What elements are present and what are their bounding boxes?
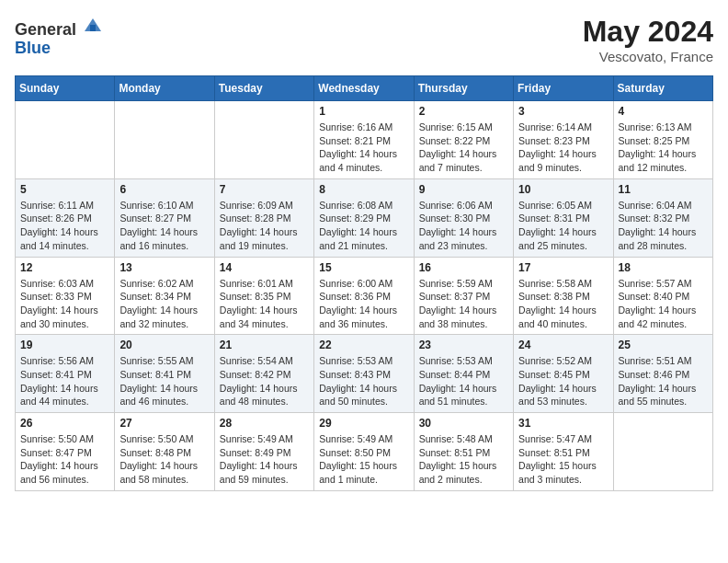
calendar-cell <box>613 413 712 491</box>
day-number: 2 <box>419 105 508 118</box>
day-number: 13 <box>119 261 209 274</box>
day-number: 27 <box>119 417 209 430</box>
calendar-header: SundayMondayTuesdayWednesdayThursdayFrid… <box>16 76 713 101</box>
day-number: 19 <box>20 339 109 351</box>
weekday-header: Thursday <box>414 76 513 101</box>
day-info: Sunrise: 5:54 AMSunset: 8:42 PMDaylight:… <box>220 354 309 408</box>
title-block: May 2024 Vescovato, France <box>583 15 713 64</box>
day-number: 25 <box>619 339 708 351</box>
calendar-cell: 11Sunrise: 6:04 AMSunset: 8:32 PMDayligh… <box>613 178 712 257</box>
day-number: 4 <box>619 105 708 118</box>
day-info: Sunrise: 6:00 AMSunset: 8:36 PMDaylight:… <box>319 277 408 331</box>
calendar-cell: 1Sunrise: 6:16 AMSunset: 8:21 PMDaylight… <box>314 101 414 179</box>
day-info: Sunrise: 5:58 AMSunset: 8:38 PMDaylight:… <box>518 277 608 331</box>
calendar-cell: 2Sunrise: 6:15 AMSunset: 8:22 PMDaylight… <box>414 101 513 179</box>
calendar-cell: 4Sunrise: 6:13 AMSunset: 8:25 PMDaylight… <box>613 101 712 179</box>
day-info: Sunrise: 5:56 AMSunset: 8:41 PMDaylight:… <box>20 354 109 408</box>
calendar-week-row: 19Sunrise: 5:56 AMSunset: 8:41 PMDayligh… <box>16 335 713 413</box>
day-number: 23 <box>419 339 508 351</box>
calendar-week-row: 1Sunrise: 6:16 AMSunset: 8:21 PMDaylight… <box>16 101 713 179</box>
calendar-cell: 10Sunrise: 6:05 AMSunset: 8:31 PMDayligh… <box>514 178 613 257</box>
page-header: General Blue May 2024 Vescovato, France <box>15 15 713 64</box>
day-info: Sunrise: 6:06 AMSunset: 8:30 PMDaylight:… <box>419 199 508 253</box>
calendar-cell: 26Sunrise: 5:50 AMSunset: 8:47 PMDayligh… <box>16 413 115 491</box>
weekday-row: SundayMondayTuesdayWednesdayThursdayFrid… <box>16 76 713 101</box>
weekday-header: Tuesday <box>214 76 313 101</box>
calendar-cell: 6Sunrise: 6:10 AMSunset: 8:27 PMDaylight… <box>115 178 214 257</box>
day-info: Sunrise: 5:48 AMSunset: 8:51 PMDaylight:… <box>419 432 508 487</box>
weekday-header: Monday <box>115 76 214 101</box>
day-number: 11 <box>619 183 708 196</box>
calendar-cell: 30Sunrise: 5:48 AMSunset: 8:51 PMDayligh… <box>414 413 513 491</box>
day-number: 1 <box>319 105 408 118</box>
svg-marker-1 <box>90 25 96 31</box>
calendar-cell: 5Sunrise: 6:11 AMSunset: 8:26 PMDaylight… <box>16 178 115 257</box>
day-number: 30 <box>419 417 508 430</box>
day-info: Sunrise: 5:52 AMSunset: 8:45 PMDaylight:… <box>518 354 608 408</box>
day-info: Sunrise: 6:08 AMSunset: 8:29 PMDaylight:… <box>319 199 408 253</box>
weekday-header: Sunday <box>16 76 115 101</box>
month-title: May 2024 <box>583 15 713 49</box>
calendar-cell: 16Sunrise: 5:59 AMSunset: 8:37 PMDayligh… <box>414 257 513 335</box>
calendar-cell: 17Sunrise: 5:58 AMSunset: 8:38 PMDayligh… <box>514 257 613 335</box>
day-info: Sunrise: 5:51 AMSunset: 8:46 PMDaylight:… <box>619 354 708 408</box>
calendar-cell: 31Sunrise: 5:47 AMSunset: 8:51 PMDayligh… <box>514 413 613 491</box>
day-number: 3 <box>518 105 608 118</box>
calendar-week-row: 12Sunrise: 6:03 AMSunset: 8:33 PMDayligh… <box>16 257 713 335</box>
day-info: Sunrise: 6:09 AMSunset: 8:28 PMDaylight:… <box>220 199 309 253</box>
day-number: 10 <box>518 183 608 196</box>
day-number: 5 <box>20 183 109 196</box>
day-number: 12 <box>20 261 109 274</box>
day-info: Sunrise: 6:14 AMSunset: 8:23 PMDaylight:… <box>518 121 608 175</box>
day-number: 24 <box>518 339 608 351</box>
calendar-cell: 18Sunrise: 5:57 AMSunset: 8:40 PMDayligh… <box>613 257 712 335</box>
calendar-cell: 28Sunrise: 5:49 AMSunset: 8:49 PMDayligh… <box>214 413 313 491</box>
day-number: 6 <box>119 183 209 196</box>
calendar-cell <box>115 101 214 179</box>
day-info: Sunrise: 5:47 AMSunset: 8:51 PMDaylight:… <box>518 432 608 487</box>
day-info: Sunrise: 5:59 AMSunset: 8:37 PMDaylight:… <box>419 277 508 331</box>
weekday-header: Wednesday <box>314 76 414 101</box>
calendar-cell: 25Sunrise: 5:51 AMSunset: 8:46 PMDayligh… <box>613 335 712 413</box>
logo-blue: Blue <box>15 40 103 58</box>
day-info: Sunrise: 6:03 AMSunset: 8:33 PMDaylight:… <box>20 277 109 331</box>
calendar-week-row: 5Sunrise: 6:11 AMSunset: 8:26 PMDaylight… <box>16 178 713 257</box>
day-number: 7 <box>220 183 309 196</box>
day-info: Sunrise: 5:53 AMSunset: 8:44 PMDaylight:… <box>419 354 508 408</box>
day-info: Sunrise: 6:13 AMSunset: 8:25 PMDaylight:… <box>619 121 708 175</box>
calendar-cell: 27Sunrise: 5:50 AMSunset: 8:48 PMDayligh… <box>115 413 214 491</box>
calendar-cell <box>16 101 115 179</box>
day-number: 18 <box>619 261 708 274</box>
day-info: Sunrise: 5:49 AMSunset: 8:50 PMDaylight:… <box>319 432 408 487</box>
calendar-week-row: 26Sunrise: 5:50 AMSunset: 8:47 PMDayligh… <box>16 413 713 491</box>
day-info: Sunrise: 5:50 AMSunset: 8:48 PMDaylight:… <box>119 432 209 487</box>
day-info: Sunrise: 6:01 AMSunset: 8:35 PMDaylight:… <box>220 277 309 331</box>
calendar-cell: 3Sunrise: 6:14 AMSunset: 8:23 PMDaylight… <box>514 101 613 179</box>
day-info: Sunrise: 6:10 AMSunset: 8:27 PMDaylight:… <box>119 199 209 253</box>
calendar-cell: 13Sunrise: 6:02 AMSunset: 8:34 PMDayligh… <box>115 257 214 335</box>
logo-general: General <box>15 15 103 40</box>
day-info: Sunrise: 6:11 AMSunset: 8:26 PMDaylight:… <box>20 199 109 253</box>
day-info: Sunrise: 5:53 AMSunset: 8:43 PMDaylight:… <box>319 354 408 408</box>
weekday-header: Friday <box>514 76 613 101</box>
day-number: 9 <box>419 183 508 196</box>
day-info: Sunrise: 6:05 AMSunset: 8:31 PMDaylight:… <box>518 199 608 253</box>
day-number: 26 <box>20 417 109 430</box>
calendar-cell: 23Sunrise: 5:53 AMSunset: 8:44 PMDayligh… <box>414 335 513 413</box>
day-number: 15 <box>319 261 408 274</box>
weekday-header: Saturday <box>613 76 712 101</box>
day-number: 31 <box>518 417 608 430</box>
calendar-cell: 24Sunrise: 5:52 AMSunset: 8:45 PMDayligh… <box>514 335 613 413</box>
day-info: Sunrise: 5:50 AMSunset: 8:47 PMDaylight:… <box>20 432 109 487</box>
calendar-cell: 22Sunrise: 5:53 AMSunset: 8:43 PMDayligh… <box>314 335 414 413</box>
calendar-cell: 14Sunrise: 6:01 AMSunset: 8:35 PMDayligh… <box>214 257 313 335</box>
calendar-cell: 8Sunrise: 6:08 AMSunset: 8:29 PMDaylight… <box>314 178 414 257</box>
day-number: 14 <box>220 261 309 274</box>
day-number: 16 <box>419 261 508 274</box>
day-info: Sunrise: 6:16 AMSunset: 8:21 PMDaylight:… <box>319 121 408 175</box>
day-info: Sunrise: 5:55 AMSunset: 8:41 PMDaylight:… <box>119 354 209 408</box>
calendar-cell: 9Sunrise: 6:06 AMSunset: 8:30 PMDaylight… <box>414 178 513 257</box>
day-info: Sunrise: 5:49 AMSunset: 8:49 PMDaylight:… <box>220 432 309 487</box>
day-number: 22 <box>319 339 408 351</box>
location: Vescovato, France <box>583 49 713 64</box>
